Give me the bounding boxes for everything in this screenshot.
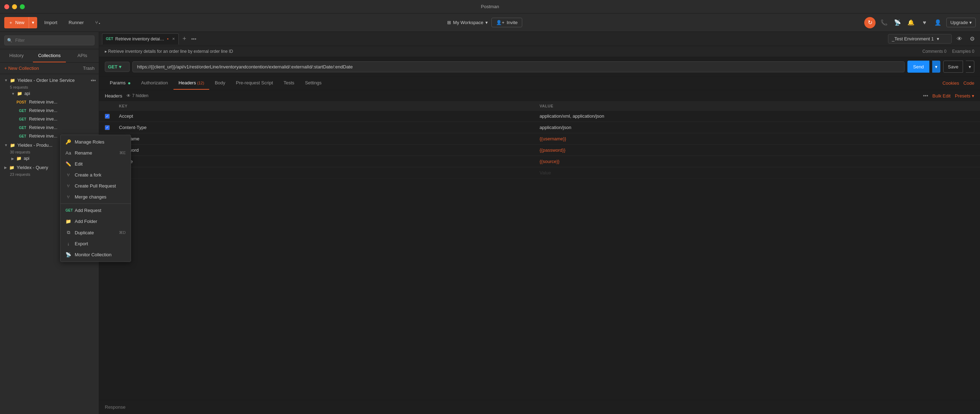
request-name-2: Retrieve inve... <box>29 108 94 113</box>
method-select[interactable]: GET ▾ <box>105 62 130 72</box>
satellite-button[interactable]: 📡 <box>892 18 902 28</box>
context-menu-label-manage-roles: Manage Roles <box>75 139 105 145</box>
value-password[interactable]: {{password}} <box>539 147 960 153</box>
rename-icon: Aa <box>65 150 71 156</box>
chevron-icon-api: ▼ <box>11 92 15 96</box>
new-dropdown-arrow[interactable]: ▾ <box>29 17 37 28</box>
presets-button[interactable]: Presets ▾ <box>955 93 974 99</box>
context-menu-duplicate[interactable]: ⧉ Duplicate ⌘D <box>60 227 130 238</box>
key-content-type[interactable]: Content-Type <box>119 125 539 130</box>
add-tab-button[interactable]: + <box>180 35 188 43</box>
bell-button[interactable]: 🔔 <box>906 18 916 28</box>
invite-button[interactable]: 👤+ Invite <box>492 18 522 27</box>
breadcrumb-right: Comments 0 Examples 0 <box>922 49 974 54</box>
import-button[interactable]: Import <box>40 18 62 27</box>
context-menu-pull-request[interactable]: ⑂ Create Pull Request <box>60 181 130 192</box>
tab-settings[interactable]: Settings <box>300 77 326 90</box>
context-menu-monitor[interactable]: 📡 Monitor Collection <box>60 249 130 260</box>
tab-headers[interactable]: Headers (12) <box>173 77 209 90</box>
key-password[interactable]: password <box>119 147 539 153</box>
send-button[interactable]: Send <box>907 61 929 73</box>
response-section: Response <box>99 400 980 414</box>
phone-button[interactable]: 📞 <box>879 18 889 28</box>
subfolder-api[interactable]: ▼ 📁 api <box>0 90 99 98</box>
tab-authorization[interactable]: Authorization <box>136 77 173 90</box>
tab-collections[interactable]: Collections <box>33 49 66 62</box>
avatar-button[interactable]: 👤 <box>933 18 943 28</box>
context-menu-merge[interactable]: ⑂ Merge changes <box>60 192 130 202</box>
request-item-4[interactable]: GET Retrieve inve... <box>0 123 99 132</box>
context-menu-manage-roles[interactable]: 🔑 Manage Roles <box>60 136 130 147</box>
tab-params[interactable]: Params <box>105 77 135 90</box>
sync-button[interactable]: ↻ <box>864 17 875 28</box>
key-source[interactable]: source <box>119 159 539 164</box>
value-content-type[interactable]: application/json <box>539 125 960 130</box>
close-button[interactable] <box>4 4 9 9</box>
collection-header-order: ▼ 📁 Yieldex - Order Line Service ☆ <box>4 78 94 83</box>
cookies-link[interactable]: Cookies <box>942 80 959 86</box>
settings-button[interactable]: ⚙ <box>967 34 977 44</box>
active-tab[interactable]: GET Retrieve inventory details for a... … <box>102 33 179 45</box>
code-link[interactable]: Code <box>963 80 974 86</box>
tab-history[interactable]: History <box>0 49 33 62</box>
new-button[interactable]: ＋ New ▾ <box>4 17 37 28</box>
comments-link[interactable]: Comments 0 <box>922 49 947 54</box>
value-username[interactable]: {{username}} <box>539 136 960 141</box>
tab-pre-request[interactable]: Pre-request Script <box>231 77 278 90</box>
window-controls[interactable] <box>4 4 25 9</box>
new-button-main[interactable]: ＋ New <box>4 17 29 28</box>
value-accept[interactable]: application/xml, application/json <box>539 113 960 119</box>
context-menu-create-fork[interactable]: ⑂ Create a fork <box>60 169 130 181</box>
empty-key-field[interactable]: Key <box>119 170 539 176</box>
context-menu-add-request[interactable]: GET Add Request <box>60 205 130 216</box>
minimize-button[interactable] <box>12 4 17 9</box>
tab-tests[interactable]: Tests <box>278 77 299 90</box>
heart-button[interactable]: ♥ <box>920 18 929 28</box>
context-menu-edit[interactable]: ✏️ Edit <box>60 158 130 169</box>
tab-apis[interactable]: APIs <box>66 49 99 62</box>
url-input[interactable] <box>132 61 905 72</box>
runner-button[interactable]: Runner <box>64 18 88 27</box>
key-accept[interactable]: Accept <box>119 113 539 119</box>
save-button[interactable]: Save <box>943 61 963 73</box>
new-collection-button[interactable]: + New Collection <box>4 66 39 71</box>
save-dropdown-button[interactable]: ▾ <box>966 61 974 73</box>
context-menu-rename[interactable]: Aa Rename ⌘E <box>60 147 130 158</box>
gear-icon: ⚙ <box>970 35 975 42</box>
bulk-edit-button[interactable]: Bulk Edit <box>932 93 951 99</box>
maximize-button[interactable] <box>20 4 25 9</box>
context-menu-label-export: Export <box>75 241 88 246</box>
fork-button[interactable]: ⑂▾ <box>91 18 105 27</box>
more-tabs-button[interactable]: ••• <box>190 36 198 42</box>
checkbox-content-type[interactable]: ✓ <box>105 125 110 130</box>
workspace-button[interactable]: ⊞ My Workspace ▾ <box>447 20 488 25</box>
context-menu-export[interactable]: ↓ Export <box>60 238 130 249</box>
sidebar-search-input[interactable] <box>4 35 94 45</box>
examples-link[interactable]: Examples 0 <box>952 49 974 54</box>
trash-button[interactable]: Trash <box>83 66 94 71</box>
context-menu-add-folder[interactable]: 📁 Add Folder <box>60 216 130 227</box>
request-name-3: Retrieve inve... <box>29 117 94 121</box>
eye-button[interactable]: 👁 <box>955 34 964 44</box>
folder-icon-api: 📁 <box>17 91 22 96</box>
send-dropdown-button[interactable]: ▾ <box>932 61 940 73</box>
key-username[interactable]: username <box>119 136 539 141</box>
request-item-2[interactable]: GET Retrieve inve... <box>0 106 99 115</box>
person-add-icon: 👤+ <box>496 20 504 25</box>
environment-select[interactable]: _Test Environment 1 ▾ <box>888 34 952 43</box>
request-item-3[interactable]: GET Retrieve inve... <box>0 115 99 123</box>
table-row-empty[interactable]: Key Value <box>99 167 980 179</box>
invite-label: Invite <box>507 20 518 25</box>
value-source[interactable]: {{source}} <box>539 159 960 164</box>
chevron-right-icon-query: ▶ <box>4 166 7 169</box>
headers-more-button[interactable]: ••• <box>923 93 928 99</box>
upgrade-button[interactable]: Upgrade ▾ <box>947 18 976 27</box>
collection-item-order[interactable]: ▼ 📁 Yieldex - Order Line Service ☆ ••• <box>0 75 99 85</box>
tab-close-icon[interactable]: ✕ <box>172 37 175 41</box>
headers-section-label: Headers <box>105 93 122 99</box>
empty-value-field[interactable]: Value <box>539 170 960 176</box>
request-item-1[interactable]: POST Retrieve inve... <box>0 98 99 106</box>
tab-body[interactable]: Body <box>210 77 231 90</box>
checkbox-accept[interactable]: ✓ <box>105 114 110 119</box>
more-icon-order[interactable]: ••• <box>91 78 96 83</box>
